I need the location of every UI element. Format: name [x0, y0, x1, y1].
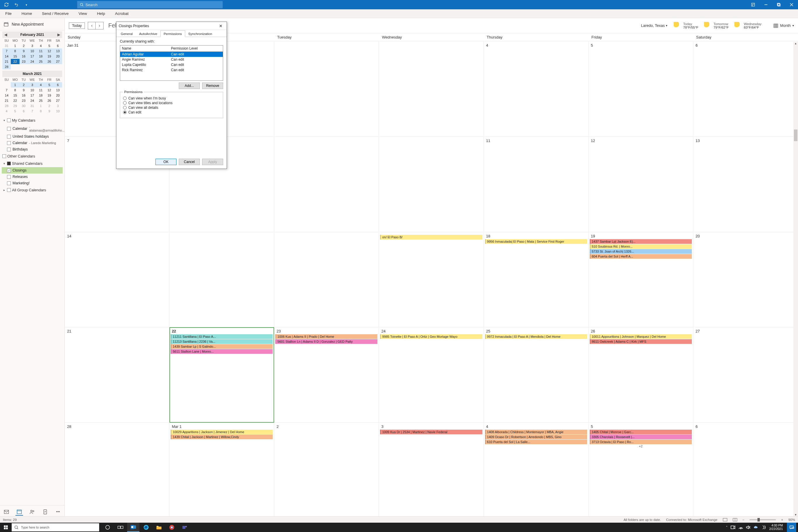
view-selector[interactable]: Month ▾ — [773, 23, 794, 28]
taskbar-search[interactable]: Type here to search — [12, 523, 99, 531]
calendar-item[interactable]: Birthdays — [2, 146, 63, 153]
calendar-item[interactable]: Marketing! — [2, 180, 63, 186]
mini-day[interactable]: 8 — [11, 88, 19, 93]
day-cell[interactable]: 6 — [693, 423, 798, 518]
tray-network-icon[interactable] — [738, 525, 743, 529]
mini-day[interactable]: 27 — [54, 98, 62, 103]
mini-day[interactable]: 17 — [28, 93, 36, 98]
calendar-event[interactable]: 1006 Kus | Adams II | Prado | Del Home — [276, 334, 377, 339]
share-row[interactable]: Lupita CapetilloCan edit — [120, 62, 223, 68]
day-cell[interactable]: 189956 Inmaculada| El Paso | Mata | Serv… — [484, 232, 589, 327]
calendar-event[interactable]: 8611 Owlcreek | Adams C | Kirk | MFS — [590, 339, 692, 344]
day-cell[interactable]: 11 — [484, 137, 589, 232]
tray-volume-icon[interactable] — [746, 525, 750, 529]
permission-option[interactable]: Can view when I'm busy — [123, 96, 220, 100]
day-cell[interactable] — [274, 232, 379, 327]
group-my-calendars[interactable]: ▾ My Calendars — [2, 117, 63, 124]
sync-icon[interactable] — [2, 1, 11, 9]
checkbox[interactable] — [7, 118, 11, 122]
weather-day[interactable]: Tomorrow 79°F/62°F — [704, 22, 728, 30]
edge-app-icon[interactable] — [140, 522, 152, 532]
mini-day[interactable]: 1 — [11, 82, 19, 88]
weather-day[interactable]: Today 78°F/55°F — [674, 22, 698, 30]
dialog-close-icon[interactable]: ✕ — [217, 24, 224, 28]
checkbox[interactable] — [7, 175, 11, 179]
outlook-app-icon[interactable] — [127, 522, 139, 532]
checkbox[interactable] — [7, 148, 11, 151]
ribbon-tab-sendreceive[interactable]: Send / Receive — [40, 10, 71, 17]
mini-day[interactable]: 21 — [2, 59, 11, 64]
day-cell[interactable]: 13 — [693, 137, 798, 232]
mini-day[interactable]: 4 — [36, 82, 45, 88]
checkbox[interactable] — [7, 141, 11, 145]
mini-day[interactable]: 5 — [11, 109, 19, 114]
mini-day[interactable]: 11 — [36, 49, 45, 54]
mini-day[interactable] — [28, 64, 36, 70]
mini-day[interactable] — [2, 82, 11, 88]
dialog-tab[interactable]: Permissions — [160, 30, 185, 37]
day-cell[interactable]: 12 — [589, 137, 693, 232]
apply-button[interactable]: Apply — [202, 159, 223, 165]
checkbox[interactable] — [7, 135, 11, 138]
mini-day[interactable]: 12 — [45, 88, 53, 93]
view-reading-icon[interactable] — [733, 518, 737, 521]
people-icon[interactable] — [28, 508, 36, 516]
ribbon-display-icon[interactable] — [747, 0, 760, 10]
weather-day[interactable]: Wednesday 83°F/64°F — [735, 22, 762, 30]
zoom-out-icon[interactable]: − — [743, 518, 745, 521]
day-cell[interactable]: 2211211 Santillana | El Paso A...11213 S… — [169, 327, 274, 423]
day-cell[interactable] — [169, 232, 274, 327]
day-cell[interactable]: 51405 Chital | Monroe | Garc...3305 Char… — [589, 423, 693, 518]
mini-day[interactable]: 25 — [36, 59, 45, 64]
mini-day[interactable]: 4 — [36, 43, 45, 49]
cortana-icon[interactable] — [101, 522, 114, 532]
remove-button[interactable]: Remove — [202, 82, 223, 89]
mini-day[interactable] — [11, 64, 19, 70]
scroll-thumb[interactable] — [794, 130, 797, 141]
mini-day[interactable]: 28 — [2, 64, 11, 70]
share-row[interactable]: Angie RamirezCan edit — [120, 57, 223, 62]
mini-day[interactable]: 10 — [28, 88, 36, 93]
calendar-event[interactable]: 1437 Sambar Lp| Jackson E|... — [590, 239, 692, 244]
prev-period-button[interactable]: ‹ — [88, 22, 96, 29]
mini-day[interactable]: 29 — [11, 103, 19, 109]
minimize-icon[interactable] — [760, 0, 772, 10]
calendar-event[interactable]: on/ El Paso B/ — [380, 235, 482, 240]
dialog-tab[interactable]: General — [117, 30, 136, 37]
mini-day[interactable]: 25 — [36, 98, 45, 103]
cancel-button[interactable]: Cancel — [179, 159, 200, 165]
day-cell[interactable]: 4 — [484, 41, 589, 137]
radio-icon[interactable] — [123, 111, 127, 114]
mini-day[interactable]: 28 — [2, 103, 11, 109]
scroll-up-icon[interactable]: ▲ — [793, 42, 798, 47]
calendar-event[interactable]: 1009 Kus Dr | 2534 | Martinez | Navie Fe… — [380, 430, 482, 434]
mini-day[interactable]: 16 — [20, 93, 28, 98]
calendar-item[interactable]: Calendar - atalamas@armadilloho... — [2, 124, 63, 133]
radio-icon[interactable] — [123, 106, 127, 109]
day-cell[interactable]: 249985 Toinette | El Paso A | Ortiz | Ge… — [379, 327, 483, 423]
checkbox[interactable] — [7, 169, 11, 172]
permission-option[interactable]: Can view all details — [123, 106, 220, 110]
undo-icon[interactable] — [12, 1, 20, 9]
ribbon-tab-view[interactable]: View — [77, 10, 89, 17]
share-row[interactable]: Adrian AguilarCan edit — [120, 52, 223, 57]
day-cell[interactable]: 27 — [693, 327, 798, 423]
mini-calendar-mar[interactable]: March 2021 SUMOTUWETHFRSA123456789101112… — [2, 71, 62, 114]
radio-icon[interactable] — [123, 97, 127, 100]
mini-day[interactable]: 1 — [36, 103, 45, 109]
calendar-event[interactable]: 610 Puerta del Sol | La Salle... — [485, 439, 587, 444]
mini-day[interactable]: 8 — [36, 109, 45, 114]
mini-day[interactable]: 1 — [11, 43, 19, 49]
checkbox[interactable] — [2, 154, 6, 158]
mini-day[interactable]: 2 — [20, 82, 28, 88]
mini-day[interactable]: 3 — [28, 82, 36, 88]
zoom-slider[interactable] — [749, 519, 776, 520]
mini-prev-icon[interactable]: ◀ — [3, 33, 7, 37]
mail-icon[interactable] — [3, 508, 10, 516]
calendar-event[interactable]: 1408 Alborada | Childress | Montemayor |… — [485, 430, 587, 434]
mini-day[interactable]: 23 — [20, 98, 28, 103]
mini-day[interactable]: 11 — [36, 88, 45, 93]
group-other-calendars[interactable]: Other Calendars — [2, 153, 63, 160]
mini-next-icon[interactable]: ▶ — [57, 33, 61, 37]
mini-day[interactable]: 18 — [36, 54, 45, 59]
